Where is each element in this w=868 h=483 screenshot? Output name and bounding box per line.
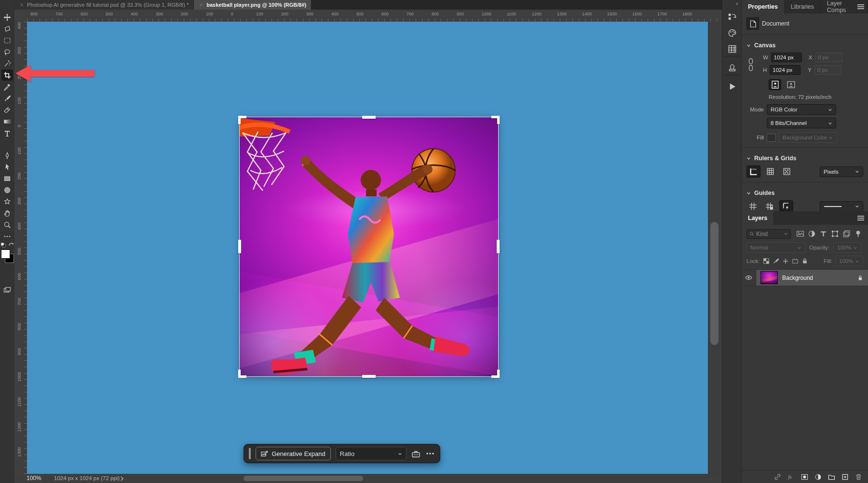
crop-tool[interactable] [1,69,13,81]
ruler-units-select[interactable]: Pixels [820,166,863,177]
lock-guides-icon[interactable] [763,201,776,212]
type-filter-icon[interactable] [818,228,828,239]
document-tab-1[interactable]: Photoshop AI generative fill tutorial.ps… [14,0,194,10]
gradient-tool[interactable] [1,116,13,127]
lock-position-icon[interactable] [782,258,789,264]
delete-layer-icon[interactable] [855,473,862,481]
vruler-label: 1200 [17,421,22,433]
horizontal-scrollbar-thumb[interactable] [244,476,363,481]
custom-shape-tool[interactable] [1,196,13,207]
shape-filter-icon[interactable] [829,228,840,239]
layer-group-icon[interactable] [828,473,835,481]
crop-handle-bottom-left[interactable] [238,370,246,378]
layer-filter-kind-select[interactable]: Kind [746,229,791,239]
swap-colors-icon[interactable] [8,242,14,248]
properties-toggle-icon[interactable] [411,448,421,459]
crop-handle-right[interactable] [497,240,500,253]
guides-icon[interactable] [746,201,760,212]
hruler-label: 400 [131,12,138,16]
eyedropper-tool[interactable] [1,81,13,92]
lock-artboard-icon[interactable] [792,258,799,264]
actions-panel-icon[interactable] [725,80,739,93]
link-dimensions-icon[interactable] [748,58,754,71]
bit-depth-select[interactable]: 8 Bits/Channel [767,118,836,128]
screen-mode-icon[interactable] [1,284,13,295]
hand-tool[interactable] [1,207,13,219]
eraser-tool[interactable] [1,104,13,115]
color-panel-icon[interactable] [725,27,739,40]
transparency-grid-icon[interactable] [780,166,793,177]
default-colors-icon[interactable] [0,243,6,248]
crop-handle-bottom[interactable] [362,375,376,378]
orientation-portrait-button[interactable] [769,79,781,90]
magic-wand-tool[interactable] [1,58,13,69]
zoom-tool[interactable] [1,219,13,230]
pen-tool[interactable] [1,150,13,161]
properties-menu-icon[interactable] [857,4,864,9]
rectangle-tool[interactable] [1,173,13,184]
layer-row[interactable]: Background [742,270,868,286]
edit-toolbar[interactable] [1,231,13,242]
crop-handle-top-right[interactable] [491,116,500,124]
rulers-grids-section-header[interactable]: Rulers & Grids [742,151,868,164]
layer-thumbnail[interactable] [760,271,778,284]
lock-all-icon[interactable] [801,258,808,264]
grid-icon[interactable] [764,166,777,177]
ellipse-tool[interactable] [1,184,13,195]
crop-handle-top-left[interactable] [238,116,246,124]
vertical-scrollbar-thumb[interactable] [710,222,719,345]
type-tool[interactable] [1,127,13,138]
layers-menu-icon[interactable] [857,216,864,221]
history-panel-icon[interactable] [725,11,739,24]
canvas-section-header[interactable]: Canvas [742,38,868,51]
new-layer-icon[interactable] [841,473,849,481]
crop-handle-left[interactable] [238,240,241,253]
crop-ratio-select[interactable]: Ratio [336,447,407,460]
smart-object-filter-icon[interactable] [841,228,852,239]
width-label: W [763,55,768,60]
artboard-tool[interactable] [1,23,13,34]
pixel-layer-filter-icon[interactable] [795,228,805,239]
adjustment-filter-icon[interactable] [806,228,817,239]
layer-style-icon[interactable]: fx [787,473,795,481]
generative-expand-button[interactable]: Generative Expand [256,447,330,460]
tab-layers[interactable]: Layers [742,211,774,225]
height-input[interactable]: 1024 px [770,65,800,75]
guides-section-header[interactable]: Guides [742,185,868,199]
crop-handle-top[interactable] [362,116,376,119]
width-input[interactable]: 1024 px [771,53,802,62]
tool-presets-panel-icon[interactable] [725,61,739,74]
zoom-level[interactable]: 100% [27,475,41,482]
brush-tool[interactable] [1,93,13,104]
vertical-scrollbar[interactable] [708,22,722,474]
pin-filter-icon[interactable] [853,228,863,239]
marquee-tool[interactable] [1,35,13,46]
lock-paint-icon[interactable] [773,258,779,264]
tab-libraries[interactable]: Libraries [785,0,821,14]
status-chevron-icon[interactable] [120,476,124,482]
more-options-icon[interactable] [425,448,435,459]
orientation-landscape-button[interactable] [785,80,797,90]
tab-properties[interactable]: Properties [742,0,785,14]
swatches-panel-icon[interactable] [725,42,739,55]
smart-guides-icon[interactable] [779,200,793,212]
close-icon[interactable] [199,2,203,7]
color-mode-select[interactable]: RGB Color [767,104,836,115]
link-layers-icon[interactable] [774,473,781,481]
task-bar-drag-handle[interactable] [249,448,251,459]
layer-visibility-toggle[interactable] [742,270,756,286]
crop-handle-bottom-right[interactable] [491,370,500,378]
ruler-icon[interactable] [746,166,760,178]
lock-transparency-icon[interactable] [763,258,770,264]
path-select-tool[interactable] [1,161,13,172]
collapse-panels-icon[interactable]: « [735,1,738,6]
layer-mask-icon[interactable] [801,473,808,481]
lasso-tool[interactable] [1,46,13,57]
crop-bounds[interactable] [240,117,498,376]
guide-style-select[interactable] [820,201,863,212]
foreground-color-swatch[interactable] [1,249,10,259]
document-tab-2[interactable]: basketball player.png @ 100% (RGB/8#) [194,0,312,10]
move-tool[interactable] [1,12,13,23]
close-icon[interactable] [19,2,24,7]
adjustment-layer-icon[interactable] [814,473,822,481]
